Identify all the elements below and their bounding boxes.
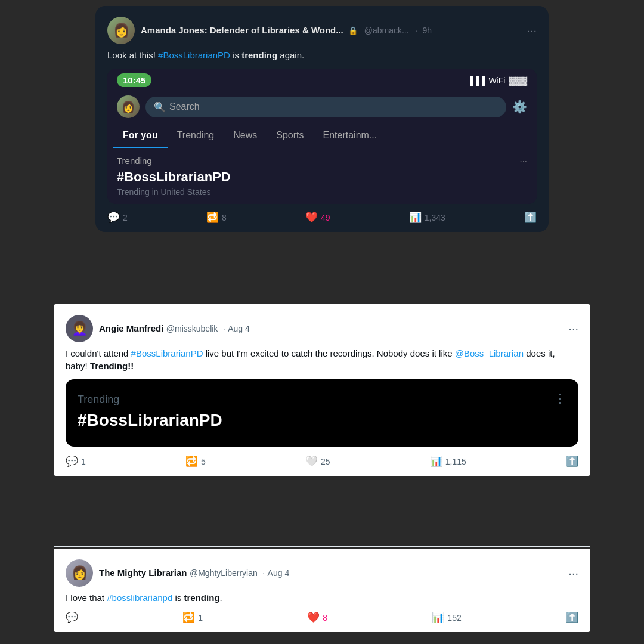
tweet-3-more-icon[interactable]: ··· [568, 566, 578, 580]
tweet-card-3: 👩 The Mighty Librarian @MghtyLiberryian … [54, 549, 590, 632]
tweet-3-handle: @MghtyLiberryian [190, 568, 258, 578]
tweet-1-meta: Amanda Jones: Defender of Libraries & Wo… [141, 25, 521, 36]
tweet-3-header: 👩 The Mighty Librarian @MghtyLiberryian … [66, 559, 578, 587]
reply-count: 2 [123, 213, 128, 222]
tweet-2-reply[interactable]: 💬 1 [66, 455, 86, 467]
tweet-1-views[interactable]: 📊 1,343 [409, 211, 445, 224]
tweet-1-hashtag[interactable]: #BossLibrarianPD [158, 50, 230, 60]
tweet-3-hashtag[interactable]: #bosslibrarianpd [107, 593, 172, 603]
retweet-icon-2: 🔁 [185, 455, 198, 467]
tweet-1-avatar: 👩 [107, 17, 135, 44]
tweet-2-share[interactable]: ⬆️ [566, 455, 578, 467]
trending-embed-more-icon[interactable]: ⋮ [553, 391, 566, 407]
like-icon-2: 🤍 [305, 455, 318, 467]
tweet-card-2: 👩‍🦱 Angie Manfredi @misskubelik · Aug 4 … [54, 304, 590, 476]
phone-time: 10:45 [117, 73, 151, 87]
tweet-divider [54, 546, 590, 547]
retweet-count-2: 5 [201, 457, 206, 466]
signal-icon: ▐▐▐ [467, 76, 485, 85]
tweet-1-text-before: Look at this! [107, 50, 158, 60]
tweet-1-text-middle: is [230, 50, 242, 60]
phone-status-bar: 10:45 ▐▐▐ WiFi ▓▓▓ [107, 69, 537, 91]
tweet-2-text: I couldn't attend #BossLibrarianPD live … [66, 347, 578, 372]
tab-for-you[interactable]: For you [113, 124, 168, 148]
tab-news[interactable]: News [224, 124, 267, 148]
tweet-1-text-after: again. [277, 50, 304, 60]
views-icon: 📊 [409, 211, 422, 224]
phone-search-row: 👩 🔍 Search ⚙️ [107, 91, 537, 124]
like-count-3: 8 [323, 613, 327, 623]
phone-trending-tag: #BossLibrarianPD [117, 169, 527, 185]
tweet-3-like[interactable]: ❤️ 8 [307, 611, 327, 624]
tweet-2-avatar: 👩‍🦱 [66, 315, 93, 342]
retweet-icon: 🔁 [206, 211, 219, 224]
tweet-3-bold: trending [184, 593, 219, 603]
tweet-2-retweet[interactable]: 🔁 5 [185, 455, 206, 467]
phone-trending-sub: Trending in United States [117, 187, 527, 197]
phone-avatar: 👩 [117, 95, 140, 118]
reply-icon-2: 💬 [66, 455, 78, 467]
tweet-2-more-icon[interactable]: ··· [568, 322, 578, 336]
phone-tabs: For you Trending News Sports Entertainm.… [107, 124, 537, 148]
tweet-3-time: Aug 4 [268, 568, 290, 578]
phone-trending-section: Trending ··· #BossLibrarianPD Trending i… [107, 148, 537, 204]
tweet-1-share[interactable]: ⬆️ [524, 211, 537, 224]
phone-search-box[interactable]: 🔍 Search [145, 97, 506, 117]
tweet-1-text-bold: trending [242, 50, 277, 60]
tweet-2-views[interactable]: 📊 1,115 [430, 455, 466, 467]
battery-icon: ▓▓▓ [509, 76, 527, 85]
tab-trending[interactable]: Trending [168, 124, 224, 148]
tweet-1-like[interactable]: ❤️ 49 [305, 211, 330, 224]
tab-entertainment[interactable]: Entertainm... [314, 124, 387, 148]
phone-trending-label: Trending ··· [117, 156, 527, 166]
tweet-3-views[interactable]: 📊 152 [432, 611, 461, 624]
tweet-3-share[interactable]: ⬆️ [566, 611, 578, 624]
tweet-1-time: · [415, 26, 417, 35]
tweet-2-author: Angie Manfredi [99, 323, 163, 333]
share-icon-3: ⬆️ [566, 611, 578, 624]
tweet-1-handle: @abmack... [364, 26, 409, 35]
retweet-count: 8 [222, 213, 227, 222]
tweet-1-retweet[interactable]: 🔁 8 [206, 211, 227, 224]
tweet-2-time: Aug 4 [228, 324, 250, 333]
reply-icon-3: 💬 [66, 611, 78, 624]
tweet-1-header: 👩 Amanda Jones: Defender of Libraries & … [107, 17, 537, 44]
search-icon: 🔍 [154, 101, 166, 113]
tweet-2-mention[interactable]: @Boss_Librarian [455, 348, 524, 358]
tweet-1-time-val: 9h [422, 26, 432, 35]
tweet-card-1: 👩 Amanda Jones: Defender of Libraries & … [95, 6, 549, 232]
tweet-1-text: Look at this! #BossLibrarianPD is trendi… [107, 49, 537, 61]
gear-icon[interactable]: ⚙️ [512, 100, 527, 114]
tweet-3-retweet[interactable]: 🔁 1 [182, 611, 203, 624]
tweet-3-meta: The Mighty Librarian @MghtyLiberryian · … [99, 568, 562, 578]
tweet-1-actions: 💬 2 🔁 8 ❤️ 49 📊 1,343 ⬆️ [107, 211, 537, 224]
tweet-2-header: 👩‍🦱 Angie Manfredi @misskubelik · Aug 4 … [66, 315, 578, 342]
tweet-3-text: I love that #bosslibrarianpd is trending… [66, 592, 578, 604]
tweet-2-hashtag1[interactable]: #BossLibrarianPD [131, 348, 203, 358]
tweet-1-more-icon[interactable]: ··· [527, 24, 537, 38]
views-count-2: 1,115 [445, 457, 466, 466]
trending-embed-2: Trending #BossLibrarianPD ⋮ [66, 379, 578, 447]
tweet-3-avatar: 👩 [66, 559, 93, 587]
tweet-3-reply[interactable]: 💬 [66, 611, 78, 624]
retweet-icon-3: 🔁 [182, 611, 195, 624]
share-icon-2: ⬆️ [566, 455, 578, 467]
tweet-3-author: The Mighty Librarian [99, 568, 187, 578]
like-count: 49 [321, 213, 330, 222]
trending-embed-tag: #BossLibrarianPD [78, 411, 566, 430]
views-count-3: 152 [447, 613, 461, 623]
like-icon: ❤️ [305, 211, 318, 224]
reply-icon: 💬 [107, 211, 120, 224]
tweet-2-bold: Trending!! [90, 361, 134, 371]
tweet-1-reply[interactable]: 💬 2 [107, 211, 128, 224]
reply-count-2: 1 [81, 457, 86, 466]
views-icon-3: 📊 [432, 611, 444, 624]
tweet-2-handle: @misskubelik [166, 324, 218, 333]
views-icon-2: 📊 [430, 455, 442, 467]
share-icon: ⬆️ [524, 211, 537, 224]
tweet-1-author: Amanda Jones: Defender of Libraries & Wo… [141, 25, 343, 35]
tweet-2-like[interactable]: 🤍 25 [305, 455, 330, 467]
trending-embed-label: Trending [78, 394, 566, 406]
trending-more-icon[interactable]: ··· [519, 156, 527, 166]
tab-sports[interactable]: Sports [267, 124, 313, 148]
